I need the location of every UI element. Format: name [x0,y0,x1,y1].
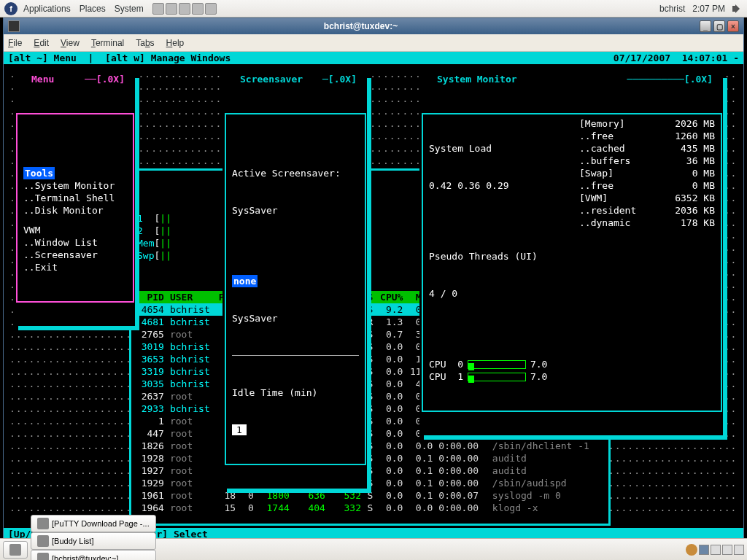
ss-idle-label: Idle Time (min) [232,386,359,399]
mem-row: ..cached435 MB [579,142,715,155]
load-label: System Load [429,142,565,155]
minimize-button[interactable]: _ [700,20,711,32]
terminal-window: bchrist@tuxdev:~ _ ▢ × File Edit View Te… [3,18,744,541]
menu-heading: Tools [23,167,127,179]
mem-row: ..free1260 MB [579,130,715,142]
system-monitor-popup: System Monitor ──────────[.0X] System Lo… [419,74,724,439]
panel-user[interactable]: bchrist [659,4,685,14]
screensaver-popup: Screensaver ─[.0X] Active Screensaver: S… [222,74,368,492]
maximize-button[interactable]: ▢ [713,20,725,32]
workspace-2[interactable] [711,545,721,555]
menu-edit[interactable]: Edit [34,38,49,48]
ss-active-label: Active Screensaver: [232,167,359,179]
task-icon [37,553,49,561]
tray-icon[interactable] [205,3,217,15]
task-icon [37,535,49,547]
cpu-row: CPU 17.0 [429,370,565,383]
menu-box-title: Menu [28,73,57,85]
desktop-icon [9,544,21,556]
menu-file[interactable]: File [8,38,22,48]
mon-tag: ──────────[.0X] [624,73,716,85]
window-titlebar[interactable]: bchrist@tuxdev:~ _ ▢ × [4,18,743,34]
mem-row: ..dynamic178 KB [579,217,715,229]
menu-box-tag: ──[.0X] [82,73,128,85]
panel-applications[interactable]: Applications [23,4,71,14]
mem-row: ..resident2036 KB [579,204,715,217]
taskbar-task[interactable]: [Buddy List] [31,532,156,550]
menu-terminal[interactable]: Terminal [91,38,124,48]
load-value: 0.42 0.36 0.29 [429,179,565,192]
ss-idle-input[interactable]: 1 [232,424,247,435]
threads-value: 4 / 0 [429,287,565,300]
terminal-area[interactable]: [alt ~] Menu | [alt w] Manage Windows 07… [4,52,743,540]
menu-item[interactable]: ..Window List [23,236,127,249]
menu-item[interactable]: ..Disk Monitor [23,204,127,217]
mon-title: System Monitor [434,73,520,85]
threads-label: Pseudo Threads (UI) [429,250,565,262]
show-desktop-button[interactable] [3,541,28,559]
workspace-4[interactable] [734,545,744,555]
ss-option-syssaver[interactable]: SysSaver [232,312,359,324]
taskbar-task[interactable]: [bchrist@tuxdev:~] [31,550,156,561]
fedora-logo-icon: f [4,2,18,15]
gnome-top-panel: f Applications Places System bchrist 2:0… [0,0,747,18]
menu-help[interactable]: Help [166,38,185,48]
panel-clock[interactable]: 2:07 PM [692,4,725,14]
tray-icon[interactable] [152,3,164,15]
mem-row: [Swap]0 MB [579,167,715,179]
topbar-right: 07/17/2007 14:07:01 - [614,52,739,64]
panel-places[interactable]: Places [80,4,106,14]
mem-row: [Memory]2026 MB [579,117,715,130]
terminal-icon [8,20,20,32]
menu-item[interactable]: ..Terminal Shell [23,192,127,204]
menu-item[interactable]: ..Exit [23,261,127,273]
tray-icon[interactable] [179,3,190,15]
gnome-bottom-panel: [PuTTY Download Page -...[Buddy List][bc… [0,538,747,560]
task-icon [37,518,49,529]
panel-system[interactable]: System [115,4,144,14]
workspace-1[interactable] [699,545,709,555]
window-title: bchrist@tuxdev:~ [24,21,697,31]
ss-title: Screensaver [237,73,306,85]
vwm-top-bar: [alt ~] Menu | [alt w] Manage Windows 07… [4,52,743,64]
menubar: File Edit View Terminal Tabs Help [4,34,743,52]
ss-option-none[interactable]: none [232,275,258,287]
close-button[interactable]: × [727,20,739,32]
workspace-3[interactable] [722,545,732,555]
ss-active-value: SysSaver [232,204,359,217]
process-row[interactable]: 1964root1501744404332S0.00.00:00.00klogd… [137,502,603,514]
topbar-left: [alt ~] Menu | [alt w] Manage Windows [8,52,231,64]
menu-tabs[interactable]: Tabs [136,38,154,48]
menu-view[interactable]: View [61,38,80,48]
mem-row: ..buffers36 MB [579,155,715,167]
mem-row: ..free0 MB [579,179,715,192]
tray-icon[interactable] [166,3,177,15]
menu-heading: VWM [23,224,127,236]
menu-item[interactable]: ..Screensaver [23,249,127,261]
trash-icon[interactable] [686,544,697,556]
mem-row: [VWM]6352 KB [579,192,715,204]
vwm-menu-popup: Menu ──[.0X] Tools..System Monitor..Term… [14,74,136,330]
taskbar-task[interactable]: [PuTTY Download Page -... [31,515,156,532]
volume-icon[interactable] [732,4,743,13]
cpu-row: CPU 07.0 [429,358,565,370]
menu-item[interactable]: ..System Monitor [23,179,127,192]
ss-tag: ─[.0X] [320,73,360,85]
tray-icon[interactable] [192,3,204,15]
